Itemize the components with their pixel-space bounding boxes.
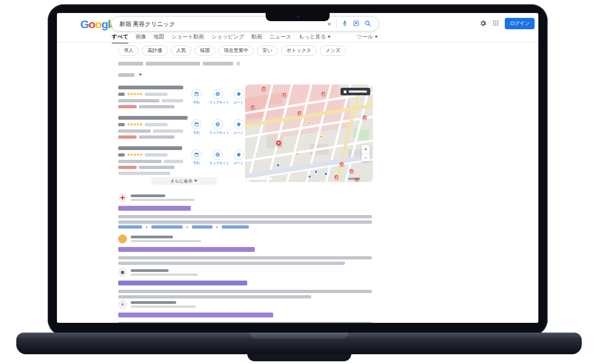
station-marker-icon[interactable] [308,175,311,178]
local-results-map[interactable]: + − [245,84,373,182]
clinic-pin-icon[interactable] [339,161,344,166]
tab-news[interactable]: ニュース [269,33,292,41]
filter-chip[interactable]: 韓国 [195,46,215,56]
tab-shopping[interactable]: ショッピング [211,33,244,41]
filter-chip[interactable]: ボトックス [281,46,317,56]
login-button[interactable]: ログイン [505,18,535,29]
redacted-text [118,262,345,265]
info-icon[interactable] [236,62,240,66]
booking-button[interactable]: 予約 [188,119,205,135]
action-label: 予約 [188,100,204,105]
map-zoom-control: + − [362,145,370,161]
action-label: ルート [230,131,246,135]
chip-icon [344,90,346,93]
action-label: ウェブサイト [209,161,225,165]
laptop-lid: Google 新宿 美容クリニック × ログイン [48,4,548,336]
website-button[interactable]: ウェブサイト [209,89,226,105]
map-overlay-chip[interactable] [340,88,370,95]
filter-chip[interactable]: 高評価 [142,46,168,56]
local-actions: 予約 ウェブサイト ルート [188,119,248,135]
directions-icon [234,119,244,129]
booking-button[interactable]: 予約 [188,150,205,166]
laptop-mockup: Google 新宿 美容クリニック × ログイン [0,0,598,364]
redacted-link[interactable] [192,225,213,229]
result-title-redacted[interactable] [118,206,191,211]
website-button[interactable]: ウェブサイト [209,150,226,166]
redacted-text [118,256,372,259]
station-marker-icon[interactable] [314,170,318,173]
clinic-pin-icon[interactable] [362,115,367,120]
site-favicon [118,300,127,309]
clinic-pin-icon[interactable] [297,110,302,115]
lid-lift-groove [250,333,349,339]
google-lens-icon[interactable] [353,20,359,28]
clinic-pin-icon[interactable] [334,174,339,179]
settings-gear-icon[interactable] [479,20,487,28]
map-scale [348,178,360,180]
station-marker-icon[interactable] [277,164,280,167]
poi-marker-icon[interactable] [296,153,299,155]
apps-grid-icon[interactable] [492,20,499,28]
browser-viewport: Google 新宿 美容クリニック × ログイン [57,13,538,323]
redacted-text [118,220,372,224]
filter-chip[interactable]: メンズ [320,46,346,56]
clinic-pin-icon[interactable] [282,92,287,97]
filter-chip[interactable]: 人気 [171,46,191,56]
tab-more-label: もっと見る [299,34,326,40]
tab-short-videos[interactable]: ショート動画 [171,33,204,41]
station-marker-icon[interactable] [324,172,327,176]
action-label: ルート [230,161,246,165]
tab-videos[interactable]: 動画 [252,33,262,41]
local-result[interactable]: ★★★★★ [118,146,190,178]
result-title-redacted[interactable] [118,313,273,317]
poi-marker-icon[interactable] [320,135,323,138]
redacted-text [349,90,367,93]
search-result [118,268,373,300]
globe-icon [213,150,223,160]
filter-chip[interactable]: 安い [257,46,278,56]
globe-icon [213,89,223,99]
logo-letter: g [101,18,108,30]
show-more-button[interactable]: さらに表示 [151,177,217,185]
booking-button[interactable]: 予約 [188,89,205,105]
redacted-link[interactable] [151,225,183,229]
local-result[interactable]: ★★★★★ [118,116,190,141]
clinic-pin-icon[interactable] [261,86,266,91]
search-result [118,300,373,323]
redacted-link[interactable] [118,225,142,229]
action-label: 予約 [188,161,204,165]
star-rating: ★★★★★ [127,122,143,127]
globe-icon [213,119,223,129]
website-button[interactable]: ウェブサイト [209,119,226,135]
chevron-down-icon[interactable] [139,74,142,76]
clear-search-icon[interactable]: × [327,21,331,28]
filter-chip[interactable]: 求人 [118,46,139,56]
tab-images[interactable]: 画像 [136,33,146,41]
result-title-redacted[interactable] [118,281,247,285]
tab-all[interactable]: すべて [112,33,128,41]
action-label: ウェブサイト [209,131,225,135]
tools-button[interactable]: ツール [357,33,378,41]
action-label: ウェブサイト [209,100,225,105]
poi-marker-icon[interactable] [308,121,311,124]
clinic-pin-icon[interactable] [321,91,326,96]
tab-maps[interactable]: 地図 [153,33,164,41]
result-title-redacted[interactable] [118,247,255,252]
clinic-pin-icon[interactable] [349,168,354,173]
zoom-out-button[interactable]: − [362,153,370,161]
mic-icon[interactable] [342,20,348,28]
star-rating: ★★★★★ [127,92,143,96]
clinic-pin-icon[interactable] [275,140,282,146]
search-input[interactable]: 新宿 美容クリニック × [111,16,379,31]
search-submit-icon[interactable] [364,20,371,28]
redacted-link[interactable] [203,62,233,66]
clinic-pin-icon[interactable] [250,105,255,109]
filter-chip[interactable]: 現在営業中 [218,46,254,56]
tab-more[interactable]: もっと見る [299,33,331,41]
site-favicon [118,235,127,243]
show-more-label: さらに表示 [170,178,192,184]
redacted-link[interactable] [222,225,249,229]
zoom-in-button[interactable]: + [362,145,370,153]
local-result[interactable]: ★★★★★ [118,86,190,111]
redacted-text [118,322,372,323]
